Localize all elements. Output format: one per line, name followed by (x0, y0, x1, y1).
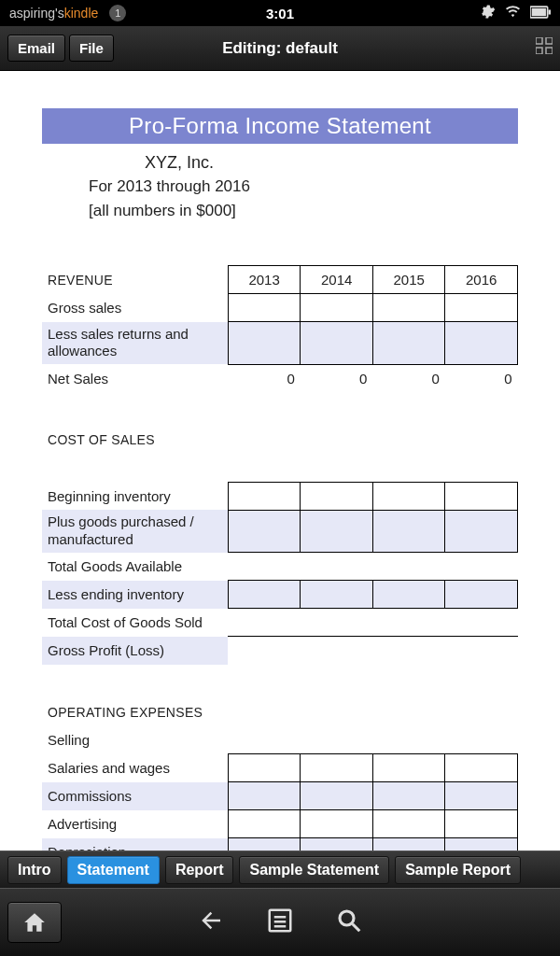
svg-rect-3 (536, 37, 542, 44)
row-beginning-inventory: Beginning inventory (42, 482, 228, 510)
cell-input[interactable] (372, 322, 445, 365)
cell-input[interactable] (228, 810, 301, 838)
arrow-left-icon (197, 907, 225, 935)
document-content[interactable]: Pro-Forma Income Statement XYZ, Inc. For… (0, 71, 560, 851)
status-right (480, 4, 551, 22)
svg-rect-4 (546, 37, 553, 44)
opex-head: OPERATING EXPENSES (42, 698, 518, 726)
cell-input[interactable] (445, 581, 518, 609)
cell-input[interactable] (228, 322, 301, 365)
cell-input[interactable] (372, 581, 445, 609)
app-toolbar: Email File Editing: default (0, 26, 560, 71)
search-button[interactable] (335, 907, 363, 938)
cell-input[interactable] (228, 838, 301, 851)
svg-rect-6 (546, 48, 553, 54)
cell-input[interactable] (445, 810, 518, 838)
revenue-table: REVENUE 2013 2014 2015 2016 Gross sales … (42, 265, 518, 392)
sheet-tabs-bar: Intro Statement Report Sample Statement … (0, 851, 560, 888)
cell-input[interactable] (301, 482, 373, 510)
net-sales-2013: 0 (228, 364, 301, 392)
cell-input[interactable] (372, 482, 445, 510)
row-selling: Selling (42, 726, 228, 754)
cell-input[interactable] (301, 838, 373, 851)
tab-sample-report[interactable]: Sample Report (395, 856, 521, 884)
cell-input[interactable] (301, 782, 373, 810)
tab-statement[interactable]: Statement (67, 856, 160, 884)
cell-input[interactable] (445, 482, 518, 510)
cell-input[interactable] (445, 294, 518, 322)
menu-button[interactable] (266, 907, 294, 938)
cell-input[interactable] (445, 754, 518, 782)
cos-head: COST OF SALES (42, 426, 518, 454)
home-icon (22, 910, 47, 935)
search-icon (335, 907, 363, 935)
home-button[interactable] (7, 902, 62, 943)
back-button[interactable] (197, 907, 225, 938)
row-salaries: Salaries and wages (42, 754, 228, 782)
cell-input[interactable] (301, 810, 373, 838)
row-advertising: Advertising (42, 810, 228, 838)
row-gross-sales: Gross sales (42, 294, 228, 322)
year-2014: 2014 (301, 266, 373, 294)
notification-badge[interactable]: 1 (109, 5, 126, 21)
cell-input[interactable] (372, 810, 445, 838)
cell-input[interactable] (372, 294, 445, 322)
svg-line-12 (353, 924, 360, 932)
tab-sample-statement[interactable]: Sample Statement (239, 856, 389, 884)
svg-rect-1 (532, 7, 546, 15)
cell-input[interactable] (445, 510, 518, 553)
status-bar: aspiring's kindle 1 3:01 (0, 0, 560, 26)
cell-input[interactable] (372, 510, 445, 553)
row-gross-profit: Gross Profit (Loss) (42, 637, 228, 665)
cell-input[interactable] (301, 510, 373, 553)
year-2015: 2015 (372, 266, 445, 294)
editing-title: Editing: default (222, 39, 338, 58)
cell-input[interactable] (228, 581, 301, 609)
cell-input[interactable] (445, 838, 518, 851)
clock: 3:01 (266, 6, 294, 21)
doc-subheader: XYZ, Inc. For 2013 through 2016 [all num… (42, 149, 518, 223)
email-button[interactable]: Email (7, 35, 65, 62)
company-name: XYZ, Inc. (89, 149, 518, 175)
svg-rect-5 (536, 48, 542, 54)
device-name: aspiring's kindle (9, 6, 98, 21)
period-line: For 2013 through 2016 (89, 175, 518, 199)
revenue-head: REVENUE (42, 266, 228, 294)
row-less-ending-inventory: Less ending inventory (42, 581, 228, 609)
spreadsheet-body: REVENUE 2013 2014 2015 2016 Gross sales … (42, 265, 518, 851)
tab-intro[interactable]: Intro (7, 856, 62, 884)
wifi-icon (505, 4, 521, 22)
svg-point-11 (340, 911, 354, 925)
gear-icon[interactable] (480, 4, 496, 22)
cell-input[interactable] (228, 482, 301, 510)
cell-input[interactable] (228, 754, 301, 782)
year-2016: 2016 (445, 266, 518, 294)
status-left: aspiring's kindle 1 (9, 5, 126, 21)
row-net-sales: Net Sales (42, 364, 228, 392)
file-button[interactable]: File (69, 35, 114, 62)
cell-input[interactable] (372, 838, 445, 851)
device-owner: aspiring's (9, 6, 64, 21)
qr-icon[interactable] (536, 37, 553, 59)
units-line: [all numbers in $000] (89, 199, 518, 223)
cell-input[interactable] (445, 782, 518, 810)
year-2013: 2013 (228, 266, 301, 294)
opex-table: OPERATING EXPENSES Selling Salaries and … (42, 698, 518, 851)
cell-input[interactable] (228, 782, 301, 810)
doc-title-banner: Pro-Forma Income Statement (42, 108, 518, 144)
cell-input[interactable] (228, 294, 301, 322)
cell-input[interactable] (372, 754, 445, 782)
row-commissions: Commissions (42, 782, 228, 810)
cell-input[interactable] (228, 510, 301, 553)
cell-input[interactable] (301, 294, 373, 322)
cell-input[interactable] (372, 782, 445, 810)
tab-report[interactable]: Report (165, 856, 234, 884)
cell-input[interactable] (301, 754, 373, 782)
cell-input[interactable] (445, 322, 518, 365)
svg-rect-2 (548, 9, 551, 14)
row-depreciation: Depreciation (42, 838, 228, 851)
net-sales-2015: 0 (372, 364, 445, 392)
cell-input[interactable] (301, 581, 373, 609)
cell-input[interactable] (301, 322, 373, 365)
battery-icon (530, 6, 551, 21)
